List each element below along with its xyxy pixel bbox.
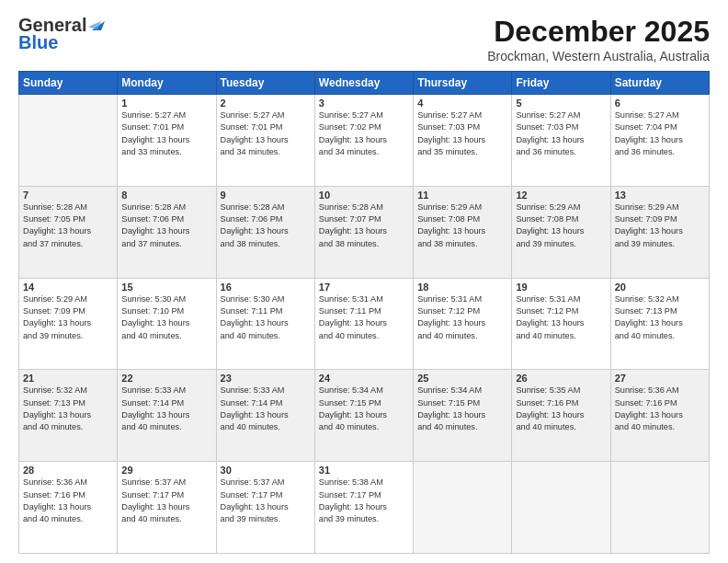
- calendar-cell: 1Sunrise: 5:27 AMSunset: 7:01 PMDaylight…: [118, 95, 216, 187]
- day-number: 16: [221, 282, 311, 293]
- day-info: Sunrise: 5:31 AMSunset: 7:12 PMDaylight:…: [516, 293, 606, 342]
- day-number: 9: [221, 190, 311, 201]
- day-info: Sunrise: 5:35 AMSunset: 7:16 PMDaylight:…: [516, 385, 606, 433]
- col-header-friday: Friday: [512, 72, 610, 95]
- day-info: Sunrise: 5:29 AMSunset: 7:08 PMDaylight:…: [417, 201, 507, 250]
- day-number: 13: [615, 190, 705, 201]
- col-header-monday: Monday: [118, 72, 216, 95]
- calendar-cell: 9Sunrise: 5:28 AMSunset: 7:06 PMDaylight…: [216, 186, 314, 278]
- day-number: 18: [417, 282, 507, 293]
- calendar-cell: [19, 95, 118, 187]
- calendar-week-row: 1Sunrise: 5:27 AMSunset: 7:01 PMDaylight…: [19, 95, 710, 187]
- day-info: Sunrise: 5:36 AMSunset: 7:16 PMDaylight:…: [23, 477, 113, 525]
- month-title: December 2025: [487, 15, 710, 49]
- day-number: 25: [417, 373, 507, 384]
- day-info: Sunrise: 5:28 AMSunset: 7:05 PMDaylight:…: [23, 201, 113, 250]
- day-info: Sunrise: 5:29 AMSunset: 7:09 PMDaylight:…: [615, 201, 705, 250]
- day-info: Sunrise: 5:30 AMSunset: 7:10 PMDaylight:…: [121, 293, 211, 342]
- day-number: 6: [615, 98, 705, 109]
- calendar-cell: 17Sunrise: 5:31 AMSunset: 7:11 PMDayligh…: [314, 278, 413, 370]
- calendar-cell: 8Sunrise: 5:28 AMSunset: 7:06 PMDaylight…: [118, 186, 216, 278]
- calendar-cell: 26Sunrise: 5:35 AMSunset: 7:16 PMDayligh…: [512, 370, 610, 462]
- day-info: Sunrise: 5:29 AMSunset: 7:09 PMDaylight:…: [23, 293, 113, 342]
- calendar-cell: 16Sunrise: 5:30 AMSunset: 7:11 PMDayligh…: [216, 278, 314, 370]
- calendar-cell: 27Sunrise: 5:36 AMSunset: 7:16 PMDayligh…: [610, 370, 709, 462]
- calendar-week-row: 14Sunrise: 5:29 AMSunset: 7:09 PMDayligh…: [19, 278, 710, 370]
- calendar-cell: 23Sunrise: 5:33 AMSunset: 7:14 PMDayligh…: [216, 370, 314, 462]
- calendar-cell: 22Sunrise: 5:33 AMSunset: 7:14 PMDayligh…: [118, 370, 216, 462]
- calendar-cell: 13Sunrise: 5:29 AMSunset: 7:09 PMDayligh…: [610, 186, 709, 278]
- logo-bird-icon: [88, 17, 105, 34]
- day-number: 27: [615, 373, 705, 384]
- day-number: 11: [417, 190, 507, 201]
- day-number: 3: [319, 98, 409, 109]
- day-number: 14: [23, 282, 113, 293]
- calendar-cell: 30Sunrise: 5:37 AMSunset: 7:17 PMDayligh…: [216, 462, 314, 554]
- day-number: 21: [23, 373, 113, 384]
- calendar-cell: 6Sunrise: 5:27 AMSunset: 7:04 PMDaylight…: [610, 95, 709, 187]
- title-block: December 2025 Brockman, Western Australi…: [487, 15, 710, 63]
- page: General Blue December 2025 Brockman, Wes…: [0, 0, 728, 563]
- day-number: 30: [221, 465, 311, 476]
- col-header-sunday: Sunday: [19, 72, 118, 95]
- day-info: Sunrise: 5:36 AMSunset: 7:16 PMDaylight:…: [615, 385, 705, 433]
- day-info: Sunrise: 5:27 AMSunset: 7:03 PMDaylight:…: [516, 109, 606, 158]
- calendar-cell: 2Sunrise: 5:27 AMSunset: 7:01 PMDaylight…: [216, 95, 314, 187]
- day-number: 8: [121, 190, 211, 201]
- calendar-cell: [512, 462, 610, 554]
- day-info: Sunrise: 5:32 AMSunset: 7:13 PMDaylight:…: [615, 293, 705, 342]
- day-info: Sunrise: 5:31 AMSunset: 7:11 PMDaylight:…: [319, 293, 409, 342]
- day-number: 17: [319, 282, 409, 293]
- calendar-week-row: 21Sunrise: 5:32 AMSunset: 7:13 PMDayligh…: [19, 370, 710, 462]
- day-info: Sunrise: 5:34 AMSunset: 7:15 PMDaylight:…: [319, 385, 409, 433]
- col-header-tuesday: Tuesday: [216, 72, 314, 95]
- col-header-saturday: Saturday: [610, 72, 709, 95]
- calendar-week-row: 7Sunrise: 5:28 AMSunset: 7:05 PMDaylight…: [19, 186, 710, 278]
- day-number: 26: [516, 373, 606, 384]
- day-number: 15: [121, 282, 211, 293]
- day-number: 10: [319, 190, 409, 201]
- day-number: 24: [319, 373, 409, 384]
- location: Brockman, Western Australia, Australia: [487, 49, 710, 63]
- day-info: Sunrise: 5:37 AMSunset: 7:17 PMDaylight:…: [121, 477, 211, 525]
- day-info: Sunrise: 5:27 AMSunset: 7:01 PMDaylight:…: [121, 109, 211, 158]
- day-info: Sunrise: 5:28 AMSunset: 7:07 PMDaylight:…: [319, 201, 409, 250]
- day-number: 23: [221, 373, 311, 384]
- calendar-week-row: 28Sunrise: 5:36 AMSunset: 7:16 PMDayligh…: [19, 462, 710, 554]
- day-info: Sunrise: 5:29 AMSunset: 7:08 PMDaylight:…: [516, 201, 606, 250]
- calendar-cell: 18Sunrise: 5:31 AMSunset: 7:12 PMDayligh…: [414, 278, 512, 370]
- day-number: 2: [221, 98, 311, 109]
- day-info: Sunrise: 5:30 AMSunset: 7:11 PMDaylight:…: [221, 293, 311, 342]
- day-info: Sunrise: 5:27 AMSunset: 7:03 PMDaylight:…: [417, 109, 507, 158]
- day-number: 5: [516, 98, 606, 109]
- day-info: Sunrise: 5:33 AMSunset: 7:14 PMDaylight:…: [121, 385, 211, 433]
- day-number: 19: [516, 282, 606, 293]
- col-header-wednesday: Wednesday: [314, 72, 413, 95]
- day-info: Sunrise: 5:32 AMSunset: 7:13 PMDaylight:…: [23, 385, 113, 433]
- calendar-cell: 10Sunrise: 5:28 AMSunset: 7:07 PMDayligh…: [314, 186, 413, 278]
- day-info: Sunrise: 5:31 AMSunset: 7:12 PMDaylight:…: [417, 293, 507, 342]
- calendar-cell: 29Sunrise: 5:37 AMSunset: 7:17 PMDayligh…: [118, 462, 216, 554]
- day-info: Sunrise: 5:28 AMSunset: 7:06 PMDaylight:…: [221, 201, 311, 250]
- calendar-cell: 19Sunrise: 5:31 AMSunset: 7:12 PMDayligh…: [512, 278, 610, 370]
- calendar-cell: 12Sunrise: 5:29 AMSunset: 7:08 PMDayligh…: [512, 186, 610, 278]
- calendar-cell: 7Sunrise: 5:28 AMSunset: 7:05 PMDaylight…: [19, 186, 118, 278]
- calendar-cell: 14Sunrise: 5:29 AMSunset: 7:09 PMDayligh…: [19, 278, 118, 370]
- calendar-cell: 15Sunrise: 5:30 AMSunset: 7:10 PMDayligh…: [118, 278, 216, 370]
- day-number: 1: [121, 98, 211, 109]
- calendar-cell: [414, 462, 512, 554]
- day-info: Sunrise: 5:33 AMSunset: 7:14 PMDaylight:…: [221, 385, 311, 433]
- day-info: Sunrise: 5:37 AMSunset: 7:17 PMDaylight:…: [221, 477, 311, 525]
- calendar-cell: 4Sunrise: 5:27 AMSunset: 7:03 PMDaylight…: [414, 95, 512, 187]
- day-number: 29: [121, 465, 211, 476]
- calendar-cell: 5Sunrise: 5:27 AMSunset: 7:03 PMDaylight…: [512, 95, 610, 187]
- calendar-cell: 25Sunrise: 5:34 AMSunset: 7:15 PMDayligh…: [414, 370, 512, 462]
- logo: General Blue: [18, 15, 105, 53]
- calendar-cell: 31Sunrise: 5:38 AMSunset: 7:17 PMDayligh…: [314, 462, 413, 554]
- day-number: 22: [121, 373, 211, 384]
- day-number: 4: [417, 98, 507, 109]
- calendar-cell: 21Sunrise: 5:32 AMSunset: 7:13 PMDayligh…: [19, 370, 118, 462]
- day-number: 20: [615, 282, 705, 293]
- calendar-cell: 11Sunrise: 5:29 AMSunset: 7:08 PMDayligh…: [414, 186, 512, 278]
- calendar-cell: 24Sunrise: 5:34 AMSunset: 7:15 PMDayligh…: [314, 370, 413, 462]
